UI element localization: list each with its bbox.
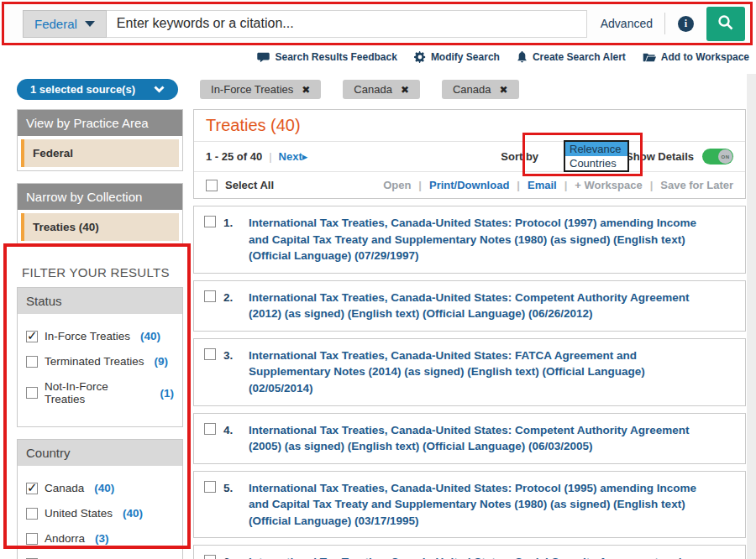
close-icon[interactable]: ✖ <box>500 84 508 96</box>
result-checkbox[interactable] <box>204 290 216 302</box>
result-item-4: 4. International Tax Treaties, Canada-Un… <box>193 413 746 464</box>
advanced-search-link[interactable]: Advanced <box>601 17 653 30</box>
action-label: Modify Search <box>431 51 500 63</box>
close-icon[interactable]: ✖ <box>401 84 409 96</box>
search-category-dropdown[interactable]: Federal <box>23 10 107 38</box>
scroll-gutter[interactable] <box>747 74 756 559</box>
divider <box>664 13 665 34</box>
selected-sources-button[interactable]: 1 selected source(s) <box>17 79 178 100</box>
search-results-feedback-link[interactable]: Search Results Feedback <box>257 51 396 63</box>
facet-label: Canada <box>45 482 84 494</box>
checkbox-checked[interactable] <box>26 483 38 494</box>
create-search-alert-link[interactable]: Create Search Alert <box>517 51 626 63</box>
checkbox-unchecked[interactable] <box>26 356 38 368</box>
result-title-link[interactable]: International Tax Treaties, Canada-Unite… <box>249 480 735 530</box>
next-page-link[interactable]: Next▸ <box>279 150 308 163</box>
facet-option-terminated-treaties[interactable]: Terminated Treaties (9) <box>26 355 174 368</box>
results-panel: Treaties (40) 1 - 25 of 40 | Next▸ Sort … <box>193 109 746 559</box>
facet-label: In-Force Treaties <box>45 330 130 342</box>
checkbox-unchecked[interactable] <box>26 533 38 545</box>
selected-sources-label: 1 selected source(s) <box>30 83 135 96</box>
checkbox-unchecked[interactable] <box>26 508 38 520</box>
facet-count: (1) <box>160 387 175 400</box>
facet-option-not-in-force-treaties[interactable]: Not-In-Force Treaties (1) <box>26 380 174 405</box>
select-all-checkbox[interactable] <box>206 180 218 191</box>
results-title: Treaties (40) <box>206 116 301 134</box>
sort-option-relevance[interactable]: Relevance <box>565 142 627 156</box>
result-item-5: 5. International Tax Treaties, Canada-Un… <box>193 471 746 539</box>
checkbox-unchecked[interactable] <box>26 387 38 399</box>
chevron-down-icon <box>85 21 95 27</box>
email-button[interactable]: Email <box>528 179 557 191</box>
sidebar-item-treaties[interactable]: Treaties (40) <box>21 213 179 241</box>
result-item-6: 6. International Tax Treaties, Canada-Un… <box>193 545 746 559</box>
filter-chip-in-force-treaties[interactable]: In-Force Treaties ✖ <box>200 80 321 99</box>
show-details-label: Show Details <box>626 150 694 163</box>
checkbox-checked[interactable] <box>26 331 38 342</box>
result-checkbox[interactable] <box>204 481 216 493</box>
result-item-2: 2. International Tax Treaties, Canada-Un… <box>193 280 746 332</box>
facet-label: United States <box>45 507 113 520</box>
result-checkbox[interactable] <box>204 348 216 360</box>
result-number: 6. <box>223 554 241 559</box>
action-label: Add to Workspace <box>661 51 749 63</box>
facet-label: Terminated Treaties <box>45 355 144 368</box>
facet-label: Andorra <box>45 532 85 545</box>
result-title-link[interactable]: International Tax Treaties, Canada-Unite… <box>249 347 735 397</box>
divider: | <box>517 179 520 191</box>
search-category-label: Federal <box>34 17 77 31</box>
chip-label: Canada <box>453 83 491 96</box>
divider: | <box>650 179 654 191</box>
chevron-down-icon <box>154 83 165 96</box>
open-button[interactable]: Open <box>383 179 411 191</box>
bell-icon <box>517 51 528 63</box>
show-details-toggle[interactable]: ON <box>702 149 733 165</box>
result-number: 1. <box>223 215 241 232</box>
facet-count: (40) <box>123 507 143 520</box>
facet-count: (3) <box>95 532 109 545</box>
status-facet-box: Status In-Force Treaties (40) Terminated… <box>17 287 183 427</box>
filter-your-results-title: FILTER YOUR RESULTS <box>17 257 183 287</box>
facet-option-andorra[interactable]: Andorra (3) <box>26 532 174 545</box>
active-filters-row: 1 selected source(s) In-Force Treaties ✖… <box>17 79 519 100</box>
result-checkbox[interactable] <box>204 423 216 435</box>
facet-count: (40) <box>94 482 114 494</box>
facet-option-canada[interactable]: Canada (40) <box>26 482 174 494</box>
result-number: 4. <box>223 422 241 439</box>
facet-option-united-states[interactable]: United States (40) <box>26 507 174 520</box>
search-input[interactable] <box>107 10 587 38</box>
result-item-3: 3. International Tax Treaties, Canada-Un… <box>193 338 746 406</box>
pagination-count: 1 - 25 of 40 <box>206 150 262 163</box>
sort-option-countries[interactable]: Countries <box>565 156 627 170</box>
save-for-later-button[interactable]: Save for Later <box>660 179 733 191</box>
filter-chip-canada-2[interactable]: Canada ✖ <box>442 80 519 99</box>
folder-icon <box>643 52 656 63</box>
result-checkbox[interactable] <box>204 216 216 227</box>
add-to-workspace-link[interactable]: Add to Workspace <box>643 51 749 63</box>
action-label: Search Results Feedback <box>275 51 396 63</box>
add-workspace-button[interactable]: + Workspace <box>575 179 642 191</box>
info-icon[interactable]: i <box>678 16 694 32</box>
gear-icon <box>414 51 426 63</box>
print-download-button[interactable]: Print/Download <box>429 179 509 191</box>
select-all-control[interactable]: Select All <box>206 179 274 191</box>
country-facet-box: Country Canada (40) United States (40) A… <box>17 439 183 559</box>
chip-label: Canada <box>354 83 392 96</box>
search-icon <box>717 13 735 34</box>
result-title-link[interactable]: International Tax Treaties, Canada-Unite… <box>249 290 735 322</box>
select-all-label: Select All <box>225 179 274 191</box>
result-title-link[interactable]: International Tax Treaties, Canada-Unite… <box>249 215 735 264</box>
divider: | <box>564 179 568 191</box>
close-icon[interactable]: ✖ <box>302 84 310 96</box>
result-checkbox[interactable] <box>204 555 216 559</box>
chip-label: In-Force Treaties <box>211 83 293 96</box>
result-title-link[interactable]: International Tax Treaties, Canada-Unite… <box>249 422 735 455</box>
filter-chip-canada-1[interactable]: Canada ✖ <box>343 80 420 99</box>
search-bar: Federal Advanced i <box>2 2 753 45</box>
comment-icon <box>257 52 270 63</box>
result-title-link[interactable]: International Tax Treaties, Canada-Unite… <box>249 554 735 559</box>
facet-option-in-force-treaties[interactable]: In-Force Treaties (40) <box>26 330 174 342</box>
search-button[interactable] <box>706 7 745 41</box>
modify-search-link[interactable]: Modify Search <box>414 51 500 63</box>
sidebar-item-federal[interactable]: Federal <box>21 139 179 167</box>
